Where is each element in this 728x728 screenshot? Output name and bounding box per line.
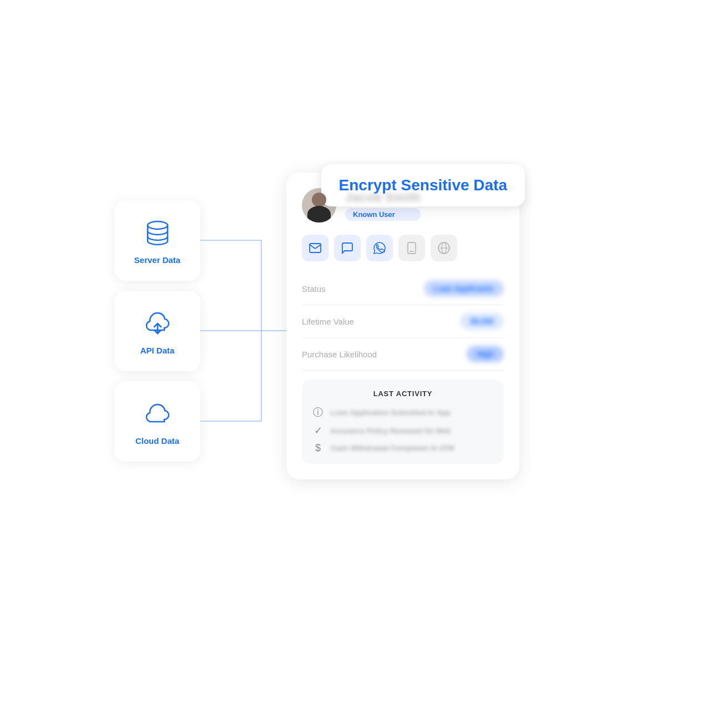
check-circle-icon: ✓ — [312, 424, 324, 437]
atm-icon: $ — [312, 442, 324, 454]
avatar-figure — [307, 191, 331, 223]
profile-known-user-badge: Known User — [345, 208, 421, 221]
question-circle-icon: ⓘ — [312, 406, 324, 419]
last-activity-title: LAST ACTIVITY — [312, 390, 494, 398]
activity-item-2: ✓ Insurance Policy Renewed On Web — [312, 424, 494, 437]
server-data-card: Server Data — [114, 200, 200, 281]
activity-text-3: Cash Withdrawal Completed At ATM — [331, 444, 454, 452]
email-channel-btn[interactable] — [302, 235, 328, 261]
profile-name: Jacob Smith — [345, 190, 421, 205]
api-data-card: API Data — [114, 291, 200, 371]
cloud-data-label: Cloud Data — [135, 436, 179, 446]
activity-item-1: ⓘ Loan Application Submitted In App — [312, 406, 494, 419]
database-icon — [141, 216, 174, 250]
last-activity-section: LAST ACTIVITY ⓘ Loan Application Submitt… — [302, 380, 504, 464]
activity-item-3: $ Cash Withdrawal Completed At ATM — [312, 442, 494, 454]
cloud-data-card: Cloud Data — [114, 381, 200, 462]
activity-text-1: Loan Application Submitted In App — [331, 408, 451, 417]
lifetime-value-row: Lifetime Value $9,000 — [302, 305, 504, 338]
status-row: Status Loan Applicants — [302, 272, 504, 305]
svg-point-0 — [148, 221, 168, 229]
purchase-likelihood-row: Purchase Likelihood High — [302, 338, 504, 371]
avatar-head — [312, 193, 326, 207]
status-value: Loan Applicants — [424, 280, 504, 297]
cloud-icon — [141, 397, 174, 431]
main-scene: Server Data API Data Cloud — [114, 156, 614, 572]
purchase-likelihood-label: Purchase Likelihood — [302, 350, 377, 359]
web-channel-btn[interactable] — [431, 235, 457, 261]
svg-rect-10 — [408, 242, 416, 254]
avatar-body — [307, 206, 331, 223]
chat-channel-btn[interactable] — [334, 235, 361, 261]
activity-text-2: Insurance Policy Renewed On Web — [331, 427, 451, 435]
api-data-label: API Data — [140, 346, 175, 355]
purchase-likelihood-value: High — [467, 346, 504, 362]
data-sources-column: Server Data API Data Cloud — [114, 200, 200, 462]
profile-card: Encrypt Sensitive Data Jacob Smith Known… — [286, 173, 519, 479]
lifetime-value-label: Lifetime Value — [302, 317, 354, 326]
whatsapp-channel-btn[interactable] — [366, 235, 393, 261]
cloud-upload-icon — [141, 307, 174, 340]
sms-channel-btn[interactable] — [398, 235, 425, 261]
server-data-label: Server Data — [134, 255, 180, 265]
channels-row — [302, 235, 504, 261]
lifetime-value-value: $9,000 — [460, 313, 504, 330]
status-label: Status — [302, 284, 326, 294]
